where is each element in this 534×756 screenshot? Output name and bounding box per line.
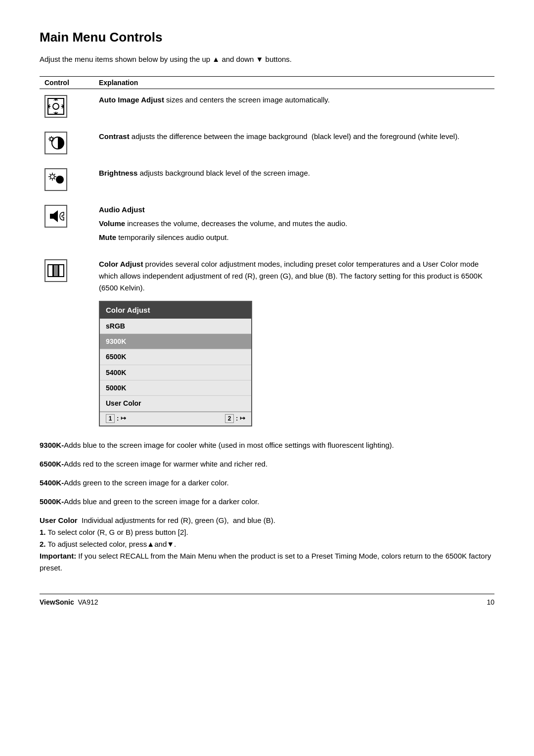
footer-section-right: 2 : ↦ [225, 414, 245, 424]
svg-point-24 [50, 175, 54, 179]
table-row: Contrast adjusts the difference between … [40, 131, 494, 158]
table-row: Audio Adjust Volume increases the volume… [40, 204, 494, 249]
para-5000k: 5000K-Adds blue and green to the screen … [40, 496, 494, 508]
intro-text: Adjust the menu items shown below by usi… [40, 54, 494, 65]
svg-line-22 [49, 140, 50, 141]
footer-page-number: 10 [487, 598, 494, 606]
svg-line-31 [54, 174, 55, 175]
color-adjust-item-user-color[interactable]: User Color [100, 396, 251, 411]
svg-rect-37 [53, 265, 58, 277]
table-row: Auto Image Adjust sizes and centers the … [40, 94, 494, 122]
svg-line-29 [50, 174, 51, 175]
brightness-icon [44, 168, 67, 191]
color-adjust-icon [44, 259, 67, 282]
svg-marker-35 [53, 210, 58, 222]
footer-bar: ViewSonic VA912 10 [40, 594, 494, 606]
footer-num-1: 1 [106, 414, 115, 423]
para-6500k: 6500K-Adds red to the screen image for w… [40, 458, 494, 470]
explanation-audio: Audio Adjust Volume increases the volume… [99, 204, 494, 245]
color-adjust-item-5000k[interactable]: 5000K [100, 380, 251, 396]
footer-icon-enter-left: : ↦ [117, 414, 126, 424]
svg-line-30 [54, 178, 55, 179]
page-title: Main Menu Controls [40, 30, 494, 45]
color-adjust-item-9300k[interactable]: 9300K [100, 334, 251, 349]
para-9300k: 9300K-Adds blue to the screen image for … [40, 439, 494, 451]
color-adjust-item-srgb[interactable]: sRGB [100, 319, 251, 334]
icon-cell-brightness [40, 167, 99, 191]
audio-adjust-icon [44, 205, 67, 228]
table-row: Color Adjust provides several color adju… [40, 258, 494, 430]
para-5400k: 5400K-Adds green to the screen image for… [40, 477, 494, 489]
table-row: Brightness adjusts background black leve… [40, 167, 494, 195]
footer-icon-enter-right: : ↦ [236, 414, 245, 424]
color-adjust-item-5400k[interactable]: 5400K [100, 365, 251, 380]
explanation-brightness: Brightness adjusts background black leve… [99, 167, 494, 181]
header-explanation: Explanation [99, 79, 138, 87]
svg-rect-39 [59, 265, 64, 277]
contrast-icon [44, 132, 67, 154]
svg-point-33 [56, 176, 64, 184]
svg-point-5 [53, 103, 59, 109]
user-color-section: User Color Individual adjustments for re… [40, 515, 494, 574]
svg-line-21 [53, 137, 54, 138]
footer-brand: ViewSonic [40, 598, 74, 606]
header-control: Control [40, 79, 99, 87]
footer-brand-model: ViewSonic VA912 [40, 598, 98, 606]
explanation-auto-image: Auto Image Adjust sizes and centers the … [99, 94, 494, 108]
color-adjust-menu-title: Color Adjust [100, 302, 251, 319]
icon-cell-auto-image [40, 94, 99, 118]
footer-section-left: 1 : ↦ [106, 414, 126, 424]
auto-image-adjust-icon [44, 95, 67, 118]
explanation-contrast: Contrast adjusts the difference between … [99, 131, 494, 144]
table-header: Control Explanation [40, 76, 494, 89]
icon-cell-contrast [40, 131, 99, 154]
icon-cell-color-adjust [40, 258, 99, 282]
svg-line-32 [50, 178, 51, 179]
svg-rect-34 [50, 214, 53, 219]
icon-cell-audio [40, 204, 99, 228]
color-adjust-item-6500k[interactable]: 6500K [100, 349, 251, 365]
color-adjust-menu: Color Adjust sRGB 9300K 6500K 5400K 5000… [99, 301, 252, 426]
color-adjust-footer: 1 : ↦ 2 : ↦ [100, 412, 251, 425]
explanation-color-adjust: Color Adjust provides several color adju… [99, 258, 494, 426]
svg-rect-36 [48, 265, 53, 277]
footer-num-2: 2 [225, 414, 234, 423]
footer-model: VA912 [78, 598, 98, 606]
svg-line-19 [49, 137, 50, 138]
